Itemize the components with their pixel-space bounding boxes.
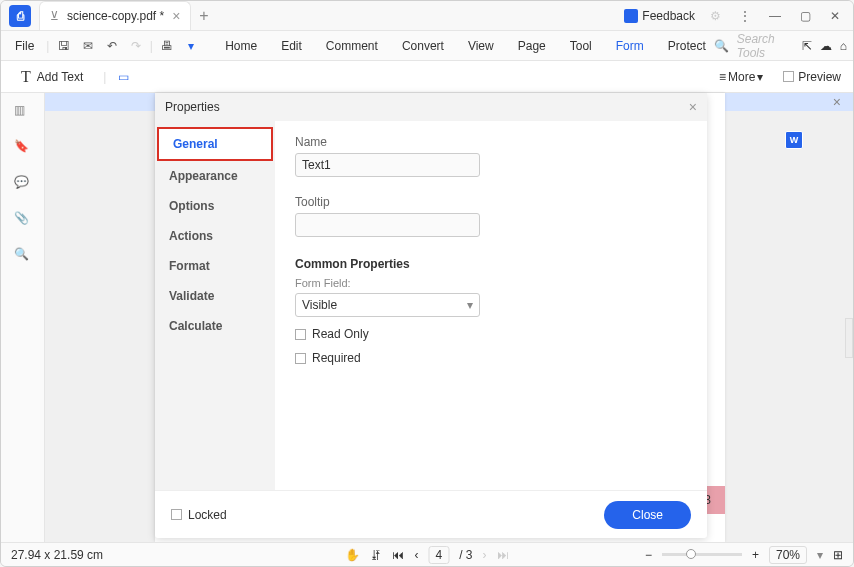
modal-tabs: General Appearance Options Actions Forma…	[155, 121, 275, 490]
common-properties-heading: Common Properties	[295, 257, 687, 271]
tooltip-label: Tooltip	[295, 195, 687, 209]
checkbox-icon	[295, 329, 306, 340]
tooltip-input[interactable]	[295, 213, 480, 237]
more-dots-icon[interactable]: ⋮	[735, 6, 755, 26]
left-sidebar: ▥ 🔖 💬 📎 🔍	[1, 93, 45, 542]
menu-edit[interactable]: Edit	[277, 37, 306, 55]
page-prev-icon[interactable]: ‹	[414, 548, 418, 562]
preview-checkbox[interactable]: Preview	[783, 70, 841, 84]
word-export-icon[interactable]: W	[785, 131, 803, 149]
chevron-down-icon[interactable]: ▾	[181, 35, 201, 57]
form-field-value: Visible	[302, 298, 337, 312]
page-total: / 3	[459, 548, 472, 562]
zoom-slider[interactable]	[662, 553, 742, 556]
page-next-icon[interactable]: ›	[483, 548, 487, 562]
zoom-out-icon[interactable]: −	[645, 548, 652, 562]
feedback-button[interactable]: Feedback	[624, 9, 695, 23]
share-icon[interactable]: ⇱	[802, 39, 812, 53]
menu-home[interactable]: Home	[221, 37, 261, 55]
fit-page-icon[interactable]: ⊞	[833, 548, 843, 562]
page-dimensions: 27.94 x 21.59 cm	[11, 548, 103, 562]
attachment-icon[interactable]: 📎	[14, 211, 32, 229]
modal-footer: Locked Close	[155, 490, 707, 538]
chevron-down-icon[interactable]: ▾	[817, 548, 823, 562]
menu-tool[interactable]: Tool	[566, 37, 596, 55]
name-input[interactable]	[295, 153, 480, 177]
save-icon[interactable]: 🖫	[53, 35, 73, 57]
search-panel-icon[interactable]: 🔍	[14, 247, 32, 265]
add-tab-button[interactable]: +	[199, 7, 208, 25]
text-icon: T	[21, 68, 31, 86]
select-tool-icon[interactable]: ⭿	[370, 548, 382, 562]
tab-actions[interactable]: Actions	[155, 221, 275, 251]
settings-icon[interactable]: ⚙	[705, 6, 725, 26]
readonly-checkbox[interactable]: Read Only	[295, 327, 687, 341]
statusbar: 27.94 x 21.59 cm ✋ ⭿ ⏮ ‹ 4 / 3 › ⏭ − + 7…	[1, 542, 853, 566]
checkbox-icon	[295, 353, 306, 364]
upload-icon[interactable]: ⌂	[840, 39, 847, 53]
comment-icon[interactable]: 💬	[14, 175, 32, 193]
menu-view[interactable]: View	[464, 37, 498, 55]
chevron-down-icon: ▾	[467, 298, 473, 312]
checkbox-icon	[171, 509, 182, 520]
checkbox-icon	[783, 71, 794, 82]
close-info-bar-icon[interactable]: ×	[833, 94, 841, 110]
form-field-select[interactable]: Visible ▾	[295, 293, 480, 317]
zoom-value[interactable]: 70%	[769, 546, 807, 564]
modal-close-icon[interactable]: ×	[689, 99, 697, 115]
form-field-label: Form Field:	[295, 277, 687, 289]
locked-checkbox[interactable]: Locked	[171, 508, 227, 522]
menu-comment[interactable]: Comment	[322, 37, 382, 55]
menu-form[interactable]: Form	[612, 37, 648, 55]
menu-convert[interactable]: Convert	[398, 37, 448, 55]
menubar: File | 🖫 ✉ ↶ ↷ | 🖶 ▾ Home Edit Comment C…	[1, 31, 853, 61]
menu-page[interactable]: Page	[514, 37, 550, 55]
search-tools-input[interactable]: Search Tools	[737, 32, 794, 60]
page-last-icon[interactable]: ⏭	[497, 548, 509, 562]
expand-handle-right[interactable]	[845, 318, 853, 358]
window-close-button[interactable]: ✕	[825, 6, 845, 26]
modal-form: Name Tooltip Common Properties Form Fiel…	[275, 121, 707, 490]
window-minimize-button[interactable]: —	[765, 6, 785, 26]
close-button[interactable]: Close	[604, 501, 691, 529]
mail-icon[interactable]: ✉	[78, 35, 98, 57]
window-maximize-button[interactable]: ▢	[795, 6, 815, 26]
search-icon[interactable]: 🔍	[714, 39, 729, 53]
menu-items: Home Edit Comment Convert View Page Tool…	[221, 37, 710, 55]
form-toolbar: T Add Text | ▭ ≡ More ▾ Preview	[1, 61, 853, 93]
print-icon[interactable]: 🖶	[157, 35, 177, 57]
file-menu[interactable]: File	[7, 39, 42, 53]
close-tab-icon[interactable]: ×	[172, 8, 180, 24]
required-checkbox[interactable]: Required	[295, 351, 687, 365]
hand-tool-icon[interactable]: ✋	[345, 548, 360, 562]
more-button[interactable]: ≡ More ▾	[719, 70, 763, 84]
app-logo-icon[interactable]: ⎙	[9, 5, 31, 27]
zoom-in-icon[interactable]: +	[752, 548, 759, 562]
tab-options[interactable]: Options	[155, 191, 275, 221]
zoom-thumb[interactable]	[686, 549, 696, 559]
tab-format[interactable]: Format	[155, 251, 275, 281]
bookmark-icon[interactable]: 🔖	[14, 139, 32, 157]
add-text-button[interactable]: T Add Text	[13, 65, 91, 89]
text-field-icon[interactable]: ▭	[118, 70, 129, 84]
page-first-icon[interactable]: ⏮	[392, 548, 404, 562]
chevron-down-icon: ▾	[757, 70, 763, 84]
titlebar: ⎙ ⊻ science-copy.pdf * × + Feedback ⚙ ⋮ …	[1, 1, 853, 31]
page-number-input[interactable]: 4	[428, 546, 449, 564]
modal-title: Properties	[165, 100, 220, 114]
feedback-label: Feedback	[642, 9, 695, 23]
document-area: × 03 W Properties × General Appearance O…	[45, 93, 853, 542]
menu-protect[interactable]: Protect	[664, 37, 710, 55]
tab-calculate[interactable]: Calculate	[155, 311, 275, 341]
redo-icon[interactable]: ↷	[126, 35, 146, 57]
tab-general[interactable]: General	[157, 127, 273, 161]
document-tab[interactable]: ⊻ science-copy.pdf * ×	[39, 1, 191, 30]
cloud-icon[interactable]: ☁	[820, 39, 832, 53]
thumbnails-icon[interactable]: ▥	[14, 103, 32, 121]
preview-label: Preview	[798, 70, 841, 84]
properties-modal: Properties × General Appearance Options …	[155, 93, 707, 538]
tab-appearance[interactable]: Appearance	[155, 161, 275, 191]
tab-validate[interactable]: Validate	[155, 281, 275, 311]
add-text-label: Add Text	[37, 70, 83, 84]
undo-icon[interactable]: ↶	[102, 35, 122, 57]
